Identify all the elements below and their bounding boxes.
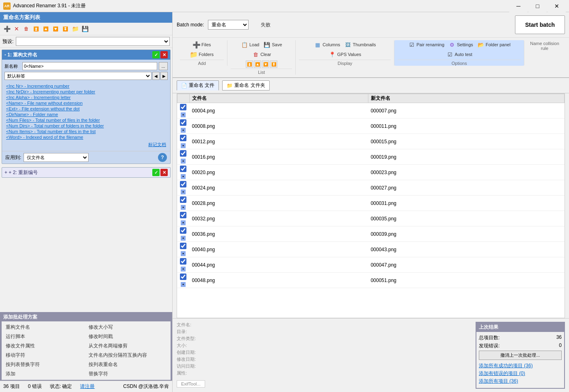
batch-item-script[interactable]: 运行脚本 [5, 332, 84, 341]
clear-methods-button[interactable]: 🗑 [22, 24, 31, 33]
method2-remove-button[interactable]: ✕ [160, 169, 168, 176]
tag-prev-button[interactable]: ◀ [152, 72, 160, 80]
close-button[interactable]: ✕ [547, 0, 566, 12]
save-preset-button[interactable]: 💾 [80, 24, 89, 33]
batch-item-list-rename[interactable]: 按列表重命名 [88, 360, 167, 369]
tag-next-button[interactable]: ▶ [160, 72, 168, 80]
col-filename[interactable]: 文件名 [190, 94, 368, 103]
batch-item-move[interactable]: 移动字符 [5, 351, 84, 360]
register-link[interactable]: 请注册 [80, 383, 95, 390]
undo-button[interactable]: 撤消上一次批处理... [479, 351, 562, 360]
link-ext[interactable]: <Ext> - File extension without the dot [6, 106, 166, 112]
arrow-up-top[interactable]: ⏫ [246, 60, 253, 68]
help-button[interactable]: ? [158, 153, 167, 162]
settings-button[interactable]: ⚙ Settings [447, 40, 475, 49]
add-success-link[interactable]: 添加所有成功的项目 (36) [479, 362, 562, 369]
row-checkbox[interactable] [180, 212, 186, 218]
thumbnails-button[interactable]: 🖼 Thumbnails [343, 40, 378, 49]
maximize-button[interactable]: □ [528, 0, 547, 12]
columns-button[interactable]: ▦ Columns [312, 40, 342, 49]
apply-select[interactable]: 仅文件名 [24, 153, 89, 162]
start-batch-button[interactable]: Start batch [515, 15, 565, 34]
method2-enable-button[interactable]: ✓ [152, 169, 160, 176]
row-checkbox[interactable] [180, 243, 186, 249]
arrow-down-bottom[interactable]: ⏬ [270, 60, 277, 68]
batch-mode-select[interactable]: 重命名 [208, 20, 249, 30]
clear-button[interactable]: 🗑 Clear [250, 50, 273, 59]
table-row[interactable]: ▪00012.png000015.png [177, 134, 565, 149]
table-row[interactable]: ▪00036.png000039.png [177, 226, 565, 242]
row-checkbox[interactable] [180, 258, 186, 265]
new-name-more-button[interactable]: ... [159, 62, 168, 70]
row-checkbox[interactable] [180, 196, 186, 203]
row-checkbox[interactable] [180, 150, 186, 157]
minimize-button[interactable]: ─ [509, 0, 528, 12]
link-dirname[interactable]: <DirName> - Folder name [6, 112, 166, 117]
add-errors-link[interactable]: 添加有错误的项目 (0) [479, 370, 562, 377]
table-row[interactable]: ▪00024.png000027.png [177, 180, 565, 196]
tab-rename-files[interactable]: 📄 重命名 文件 [177, 80, 219, 90]
save-button[interactable]: 💾 Save [262, 40, 283, 49]
table-row[interactable]: ▪00016.png000019.png [177, 149, 565, 165]
row-checkbox[interactable] [180, 166, 186, 172]
link-num-files[interactable]: <Num Files> - Total number of files in t… [6, 117, 166, 123]
link-inc-nrdir[interactable]: <Inc NrDir> - Incrementing number per fo… [6, 89, 166, 95]
folders-button[interactable]: 📁 Folders [188, 50, 215, 59]
gps-button[interactable]: 📍 GPS Values [327, 50, 363, 59]
method1-enable-button[interactable]: ✓ [152, 51, 160, 58]
auto-test-button[interactable]: ☑ Auto test [445, 50, 474, 59]
row-checkbox[interactable] [180, 119, 186, 126]
move-top-button[interactable]: ⏫ [32, 24, 41, 33]
link-name[interactable]: <Name> - File name without extension [6, 100, 166, 106]
files-button[interactable]: ➕ Files [191, 40, 212, 49]
row-checkbox[interactable] [180, 181, 186, 187]
col-newname[interactable]: 新文件名 [368, 94, 565, 103]
link-num-dirs[interactable]: <Num Dirs> - Total number of folders in … [6, 123, 166, 129]
exiftool-button[interactable]: ExifTool... [177, 380, 205, 388]
table-row[interactable]: ▪00044.png000047.png [177, 257, 565, 273]
pair-renaming-button[interactable]: ☑ Pair renaming [407, 40, 446, 49]
link-num-items[interactable]: <Num Items> - Total number of files in t… [6, 129, 166, 134]
batch-item-case[interactable]: 修改大小写 [88, 323, 167, 332]
row-checkbox[interactable] [180, 135, 186, 141]
method1-remove-button[interactable]: ✕ [160, 51, 168, 58]
batch-item-list-replace[interactable]: 按列表替换字符 [5, 360, 84, 369]
table-row[interactable]: ▪00040.png000043.png [177, 242, 565, 257]
folder-panel-button[interactable]: 📂 Folder panel [476, 40, 512, 49]
row-checkbox[interactable] [180, 274, 186, 280]
batch-item-swap[interactable]: 文件名内按分隔符互换内容 [88, 351, 167, 360]
arrow-down[interactable]: 🔽 [262, 60, 269, 68]
folder-button[interactable]: 📁 [71, 24, 80, 33]
doc-link[interactable]: 标记文档 [4, 141, 168, 149]
tab-rename-folders[interactable]: 📁 重命名 文件夹 [222, 80, 269, 90]
tag-select[interactable]: 默认标签 [4, 72, 151, 80]
batch-item-add[interactable]: 添加 [5, 370, 84, 378]
add-all-link[interactable]: 添加所有项目 (36) [479, 378, 562, 385]
batch-item-replace[interactable]: 替换字符 [88, 370, 167, 378]
delete-method-button[interactable]: ✕ [12, 24, 21, 33]
move-down-button[interactable]: 🔽 [51, 24, 60, 33]
link-inc-nr[interactable]: <Inc Nr> - Incrementing number [6, 83, 166, 89]
table-row[interactable]: ▪00048.png000051.png [177, 273, 565, 288]
move-bottom-button[interactable]: ⏬ [61, 24, 70, 33]
batch-item-trim[interactable]: 从文件名两端修剪 [88, 342, 167, 350]
new-name-input[interactable] [22, 62, 157, 70]
table-row[interactable]: ▪00004.png000007.png [177, 103, 565, 118]
load-button[interactable]: 📋 Load [239, 40, 261, 49]
arrow-up[interactable]: 🔼 [254, 60, 261, 68]
row-checkbox[interactable] [180, 227, 186, 234]
table-row[interactable]: ▪00032.png000035.png [177, 211, 565, 226]
add-method-button[interactable]: ➕ [2, 24, 11, 33]
link-inc-alpha[interactable]: <Inc Alpha> - Incrementing letter [6, 95, 166, 100]
method2-title[interactable]: + + 2: 重新编号 [4, 169, 38, 176]
batch-item-attr[interactable]: 修改文件属性 [5, 342, 84, 350]
link-word[interactable]: <Word> - Indexed word of the filename [6, 134, 166, 140]
table-row[interactable]: ▪00020.png000023.png [177, 165, 565, 180]
batch-item-timestamp[interactable]: 修改时间戳 [88, 332, 167, 341]
table-row[interactable]: ▪00028.png000031.png [177, 196, 565, 211]
row-checkbox[interactable] [180, 104, 186, 110]
preset-select[interactable] [16, 37, 170, 46]
table-row[interactable]: ▪00008.png000011.png [177, 118, 565, 134]
move-up-button[interactable]: 🔼 [41, 24, 50, 33]
batch-item-rebuild[interactable]: 重构文件名 [5, 323, 84, 332]
